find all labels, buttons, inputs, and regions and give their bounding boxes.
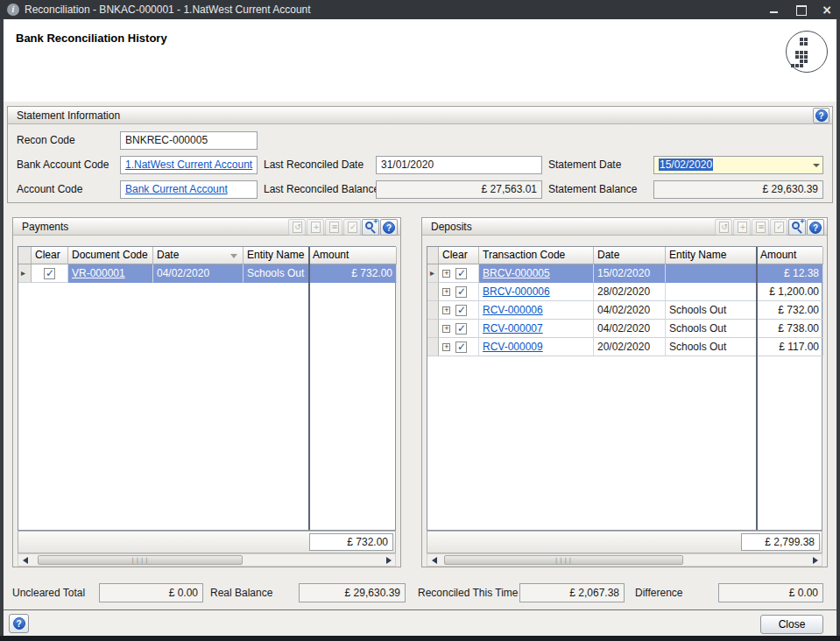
transaction-code-link[interactable]: BRCV-000005 xyxy=(483,267,550,279)
column-header-amount[interactable]: Amount xyxy=(757,247,823,264)
difference-label: Difference xyxy=(635,583,682,602)
help-button[interactable]: ? xyxy=(9,614,29,633)
account-code-field: Bank Current Account xyxy=(120,180,258,199)
clear-cell xyxy=(439,283,479,301)
clear-checkbox[interactable] xyxy=(455,323,467,335)
expand-row-icon[interactable] xyxy=(442,343,450,351)
statement-information-header: Statement Information ? xyxy=(8,107,832,124)
row-indicator xyxy=(427,338,439,356)
document-code-link[interactable]: VR-000001 xyxy=(72,267,125,279)
table-row[interactable]: BRCV-000005 15/02/2020 £ 12.38 xyxy=(427,264,822,283)
deposits-toolbar: + ? xyxy=(715,219,824,236)
table-row[interactable]: RCV-000007 04/02/2020 Schools Out £ 738.… xyxy=(427,320,822,338)
column-header-clear[interactable]: Clear xyxy=(32,247,68,264)
row-indicator xyxy=(427,301,439,320)
deposits-title: Deposits xyxy=(431,221,472,233)
help-icon: ? xyxy=(815,109,828,122)
entity-name-cell xyxy=(666,264,757,283)
column-header-transaction-code[interactable]: Transaction Code xyxy=(479,247,594,264)
close-window-button[interactable]: × xyxy=(821,4,833,16)
payments-title: Payments xyxy=(22,221,68,233)
last-reconciled-balance-label: Last Reconciled Balance xyxy=(264,180,379,199)
difference-field: £ 0.00 xyxy=(718,583,823,602)
table-row[interactable]: BRCV-000006 28/02/2020 £ 1,200.00 xyxy=(427,283,822,301)
column-header-entity-name[interactable]: Entity Name xyxy=(244,247,309,264)
scrollbar-thumb[interactable] xyxy=(38,555,243,565)
expand-row-icon[interactable] xyxy=(442,325,450,333)
expand-row-icon[interactable] xyxy=(442,270,450,278)
entity-name-cell: Schools Out xyxy=(244,264,309,283)
clear-checkbox[interactable] xyxy=(455,268,467,279)
document-details-icon xyxy=(343,219,361,236)
transaction-code-link[interactable]: RCV-000006 xyxy=(483,304,543,316)
real-balance-label: Real Balance xyxy=(210,583,272,602)
account-code-label: Account Code xyxy=(17,180,82,199)
help-icon: ? xyxy=(13,617,25,630)
reconciliation-window: i Reconciliation - BNKAC-000001 - 1.NatW… xyxy=(0,0,840,641)
account-code-link[interactable]: Bank Current Account xyxy=(125,183,228,195)
magnifier-icon: + xyxy=(791,221,804,234)
help-button[interactable]: ? xyxy=(380,219,398,236)
table-row[interactable]: RCV-000006 04/02/2020 Schools Out £ 732.… xyxy=(427,301,822,320)
payments-toolbar: + ? xyxy=(288,219,398,236)
payments-grid: Clear Document Code Date Entity Name Amo… xyxy=(18,246,396,531)
entity-name-cell: Schools Out xyxy=(666,301,757,320)
scrollbar-thumb[interactable] xyxy=(444,555,683,565)
transaction-code-cell: BRCV-000005 xyxy=(479,264,594,283)
help-icon: ? xyxy=(383,222,395,234)
window-border xyxy=(0,636,840,641)
clear-checkbox[interactable] xyxy=(455,342,467,353)
column-header-date[interactable]: Date xyxy=(594,247,666,264)
deposits-header: Deposits + ? xyxy=(422,218,827,236)
clear-cell xyxy=(439,320,479,338)
minimize-button[interactable] xyxy=(768,4,780,16)
amount-cell: £ 732.00 xyxy=(757,301,823,320)
column-header-date[interactable]: Date xyxy=(153,247,244,264)
zoom-button[interactable]: + xyxy=(788,219,806,236)
scroll-right-icon[interactable] xyxy=(382,554,395,566)
scroll-right-icon[interactable] xyxy=(808,554,822,566)
date-cell: 04/02/2020 xyxy=(594,301,666,320)
help-button[interactable]: ? xyxy=(807,219,824,236)
column-header-amount[interactable]: Amount xyxy=(309,247,397,264)
bank-account-code-link[interactable]: 1.NatWest Current Account xyxy=(125,158,252,171)
help-button[interactable]: ? xyxy=(813,108,829,123)
clear-checkbox[interactable] xyxy=(455,305,467,316)
column-header-document-code[interactable]: Document Code xyxy=(68,247,153,264)
transaction-code-cell: BRCV-000006 xyxy=(479,283,594,301)
statement-information-section: Statement Information ? Recon Code BNKRE… xyxy=(7,106,833,203)
deposits-scrollbar[interactable] xyxy=(427,553,822,567)
scroll-left-icon[interactable] xyxy=(427,554,441,566)
clear-checkbox[interactable] xyxy=(44,268,55,279)
clear-checkbox[interactable] xyxy=(455,286,467,298)
expand-row-icon[interactable] xyxy=(442,288,450,296)
real-balance-field: £ 29,630.39 xyxy=(299,583,406,602)
statement-balance-field: £ 29,630.39 xyxy=(653,180,823,199)
statement-balance-label: Statement Balance xyxy=(548,180,637,199)
column-header-clear[interactable]: Clear xyxy=(439,247,479,264)
close-button[interactable]: Close xyxy=(760,615,823,634)
transaction-code-link[interactable]: BRCV-000006 xyxy=(483,285,550,298)
last-reconciled-date-label: Last Reconciled Date xyxy=(264,156,364,174)
payments-scrollbar[interactable] xyxy=(18,553,396,567)
frozen-column-divider xyxy=(756,247,758,530)
zoom-button[interactable]: + xyxy=(362,219,379,236)
maximize-button[interactable] xyxy=(794,4,807,16)
table-row[interactable]: RCV-000009 20/02/2020 Schools Out £ 117.… xyxy=(427,338,822,356)
transaction-code-link[interactable]: RCV-000009 xyxy=(483,341,543,353)
clear-cell xyxy=(439,338,479,356)
scroll-left-icon[interactable] xyxy=(18,554,32,566)
last-reconciled-balance-field: £ 27,563.01 xyxy=(376,180,542,199)
sort-descending-icon xyxy=(230,254,237,258)
statement-date-value: 15/02/2020 xyxy=(659,158,713,171)
statement-date-field[interactable]: 15/02/2020 xyxy=(653,156,823,174)
chevron-down-icon[interactable] xyxy=(813,164,820,167)
reconciled-this-time-label: Reconciled This Time xyxy=(418,583,519,602)
date-cell: 04/02/2020 xyxy=(594,320,666,338)
date-cell: 15/02/2020 xyxy=(594,264,666,283)
transaction-code-link[interactable]: RCV-000007 xyxy=(483,322,543,335)
recon-code-field[interactable]: BNKREC-000005 xyxy=(120,131,258,150)
expand-row-icon[interactable] xyxy=(442,306,450,314)
table-row[interactable]: VR-000001 04/02/2020 Schools Out £ 732.0… xyxy=(18,264,395,283)
column-header-entity-name[interactable]: Entity Name xyxy=(666,247,757,264)
